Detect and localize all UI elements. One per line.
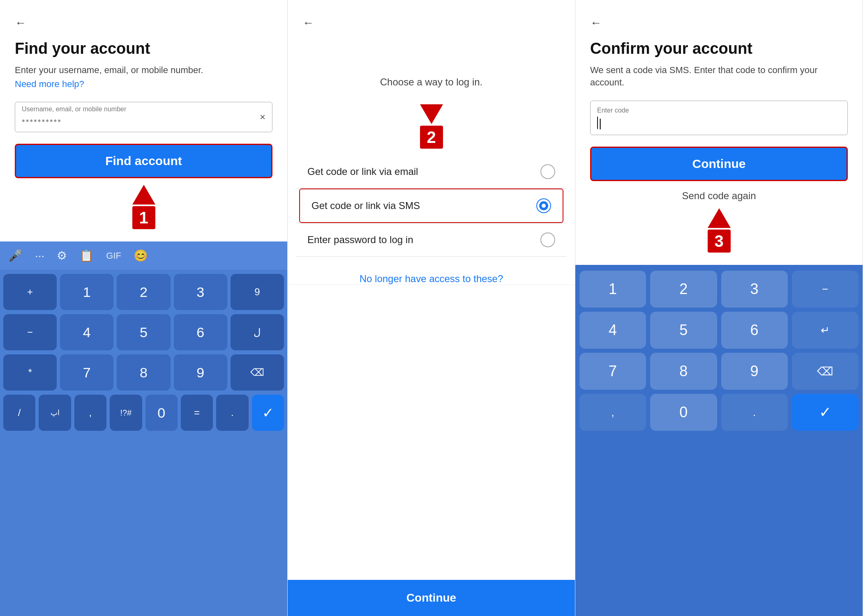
kb3-2[interactable]: 2 [650, 271, 717, 308]
continue-button-3[interactable]: Continue [590, 147, 848, 181]
code-input-wrapper[interactable]: Enter code | [590, 101, 848, 135]
panel2-continue-button[interactable]: Continue [288, 580, 575, 616]
mic-icon[interactable]: 🎤 [8, 249, 23, 262]
kb3-1[interactable]: 1 [579, 271, 646, 308]
kb-row-3: * 7 8 9 ⌫ [3, 354, 284, 391]
kb3-8[interactable]: 8 [650, 353, 717, 390]
panel3-title: Confirm your account [590, 39, 848, 58]
key-4[interactable]: 4 [60, 314, 113, 350]
input-placeholder-label: Username, email, or mobile number [22, 106, 126, 113]
enter-key[interactable]: ✓ [252, 395, 284, 431]
option-email-label: Get code or link via email [307, 166, 540, 177]
radio-sms-inner [539, 201, 548, 210]
kb3-del[interactable]: ⌫ [792, 353, 858, 390]
equals-key[interactable]: = [181, 395, 213, 431]
clipboard-icon[interactable]: 📋 [79, 249, 94, 262]
kb3-rows: 1 2 3 − 4 5 6 ↵ 7 8 9 ⌫ , 0 . ✓ [575, 265, 863, 616]
kb3-6[interactable]: 6 [721, 312, 788, 349]
keyboard-rows: + 1 2 3 9 − 4 5 6 ل * 7 8 9 ⌫ / [0, 270, 287, 435]
option-password-label: Enter password to log in [307, 234, 540, 246]
choose-way-text: Choose a way to log in. [296, 76, 567, 88]
back-arrow-2[interactable]: ← [302, 16, 314, 30]
panel1-title: Find your account [15, 39, 272, 58]
kb3-5[interactable]: 5 [650, 312, 717, 349]
kb3-0[interactable]: 0 [650, 394, 717, 431]
plus-key[interactable]: + [3, 274, 57, 310]
method-options-container: Choose a way to log in. 2 Get code or li… [288, 52, 575, 285]
option-sms-label: Get code or link via SMS [312, 200, 536, 211]
keyboard-toolbar: 🎤 ··· ⚙ 📋 GIF 😊 [0, 241, 287, 270]
kb3-4[interactable]: 4 [579, 312, 646, 349]
star-key[interactable]: * [3, 354, 57, 391]
key-6[interactable]: 6 [174, 314, 227, 350]
radio-email[interactable] [540, 164, 555, 179]
option-email[interactable]: Get code or link via email [296, 155, 567, 188]
panel-confirm-account: ← Confirm your account We sent a code vi… [575, 0, 863, 616]
no-access-link[interactable]: No longer have access to these? [296, 273, 567, 285]
back-arrow-1[interactable]: ← [15, 16, 26, 30]
key-9b[interactable]: 9 [174, 354, 227, 391]
panel3-subtitle: We sent a code via SMS. Enter that code … [590, 64, 848, 90]
username-input-wrapper[interactable]: Username, email, or mobile number ••••••… [15, 102, 272, 132]
annotation-number-1: 1 [132, 206, 155, 229]
option-sms[interactable]: Get code or link via SMS [299, 188, 563, 223]
more-icon[interactable]: ··· [35, 249, 44, 262]
kb-row-2: − 4 5 6 ل [3, 314, 284, 350]
back-arrow-3[interactable]: ← [590, 16, 602, 30]
kb3-comma[interactable]: , [579, 394, 646, 431]
arrow-down-icon-2 [420, 104, 443, 124]
code-input-label: Enter code [597, 107, 841, 114]
gif-icon[interactable]: GIF [106, 251, 121, 261]
keyboard-1: 🎤 ··· ⚙ 📋 GIF 😊 + 1 2 3 9 − 4 5 6 ل [0, 241, 287, 616]
annotation-3: 3 [590, 208, 848, 253]
key-3[interactable]: 3 [174, 274, 227, 310]
arrow-up-icon-1 [132, 185, 155, 205]
code-cursor: | [597, 117, 602, 129]
arabic-key[interactable]: ل [231, 314, 284, 350]
comma-key[interactable]: , [74, 395, 106, 431]
key-8[interactable]: 8 [117, 354, 170, 391]
kb3-minus[interactable]: − [792, 271, 858, 308]
key-2[interactable]: 2 [117, 274, 170, 310]
annotation-1: 1 [15, 185, 272, 229]
radio-sms[interactable] [536, 198, 551, 213]
find-account-button[interactable]: Find account [15, 144, 272, 178]
kb3-3[interactable]: 3 [721, 271, 788, 308]
option-password[interactable]: Enter password to log in [296, 223, 567, 256]
arabic2-key[interactable]: اپ [39, 395, 71, 431]
radio-password[interactable] [540, 232, 555, 247]
key-5[interactable]: 5 [117, 314, 170, 350]
key-1[interactable]: 1 [60, 274, 113, 310]
send-code-again-text[interactable]: Send code again [590, 190, 848, 202]
settings-icon[interactable]: ⚙ [57, 249, 67, 262]
kb3-row-3: 7 8 9 ⌫ [579, 353, 858, 390]
key-9[interactable]: 9 [231, 274, 284, 310]
kb3-period[interactable]: . [721, 394, 788, 431]
kb-row-4: / اپ , !?# 0 = . ✓ [3, 395, 284, 431]
input-value: •••••••••• [22, 115, 252, 126]
kb3-confirm[interactable]: ✓ [792, 394, 858, 431]
slash-key[interactable]: / [3, 395, 35, 431]
kb3-9[interactable]: 9 [721, 353, 788, 390]
keyboard-3: 1 2 3 − 4 5 6 ↵ 7 8 9 ⌫ , 0 . ✓ [575, 265, 863, 616]
key-7[interactable]: 7 [60, 354, 113, 391]
clear-icon[interactable]: × [260, 111, 265, 123]
arrow-up-icon-3 [708, 208, 731, 228]
minus-key[interactable]: − [3, 314, 57, 350]
panel2-lower [288, 285, 575, 616]
key-0[interactable]: 0 [145, 395, 178, 431]
annotation-number-2: 2 [420, 126, 443, 149]
period-key[interactable]: . [216, 395, 248, 431]
panel-find-account: ← Find your account Enter your username,… [0, 0, 288, 616]
annotation-2: 2 [420, 104, 443, 149]
kb3-enter[interactable]: ↵ [792, 312, 858, 349]
kb3-row-2: 4 5 6 ↵ [579, 312, 858, 349]
backspace-key[interactable]: ⌫ [231, 354, 284, 391]
help-link[interactable]: Need more help? [15, 79, 84, 89]
kb3-row-1: 1 2 3 − [579, 271, 858, 308]
annotation-number-3: 3 [708, 230, 731, 253]
kb3-7[interactable]: 7 [579, 353, 646, 390]
emoji-icon[interactable]: 😊 [134, 249, 148, 262]
symbols-key[interactable]: !?# [110, 395, 142, 431]
panel-choose-method: ← Choose a way to log in. 2 Get code or … [288, 0, 575, 616]
